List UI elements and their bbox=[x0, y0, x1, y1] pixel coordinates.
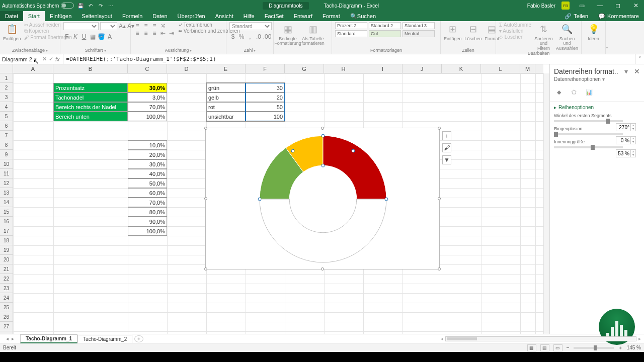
expand-formula-bar-icon[interactable]: ˅ bbox=[635, 54, 644, 64]
row-header-13[interactable]: 13 bbox=[0, 188, 13, 198]
col-header-M[interactable]: M bbox=[520, 64, 535, 73]
col-header-E[interactable]: E bbox=[206, 64, 246, 73]
style-standard3[interactable]: Standard 3 bbox=[403, 22, 435, 29]
redo-icon[interactable]: ↷ bbox=[97, 2, 104, 9]
cell[interactable]: 30 bbox=[246, 83, 285, 93]
tab-data[interactable]: Daten bbox=[147, 11, 172, 21]
col-header-D[interactable]: D bbox=[167, 64, 206, 73]
tab-view[interactable]: Ansicht bbox=[210, 11, 238, 21]
cells-insert[interactable]: ⊞Einfügen bbox=[444, 22, 462, 41]
zoom-in-icon[interactable]: ＋ bbox=[618, 344, 623, 351]
view-pagebreak-icon[interactable]: ▭ bbox=[553, 344, 562, 351]
autosave-toggle[interactable]: Automatisches Speichern bbox=[2, 3, 74, 9]
zoom-out-icon[interactable]: − bbox=[567, 345, 570, 350]
row-header-11[interactable]: 11 bbox=[0, 169, 13, 178]
comma-icon[interactable]: , bbox=[247, 33, 254, 40]
cell[interactable]: 90,0% bbox=[128, 217, 167, 226]
worksheet[interactable]: ABCDEFGHIJKLM 12345678910111213141516171… bbox=[0, 64, 549, 334]
series-options-tab-icon[interactable]: 📊 bbox=[584, 87, 594, 97]
row-header-3[interactable]: 3 bbox=[0, 93, 13, 102]
bold-icon[interactable]: F bbox=[63, 33, 70, 40]
cell[interactable]: 20 bbox=[246, 93, 285, 102]
align-bot-icon[interactable]: ≡ bbox=[151, 22, 158, 29]
ribbon-mode-icon[interactable]: ▭ bbox=[576, 2, 588, 9]
slice-rot[interactable] bbox=[323, 136, 386, 199]
accept-formula-icon[interactable]: ✓ bbox=[49, 56, 53, 62]
cell[interactable]: 80,0% bbox=[128, 207, 167, 217]
qat-custom-icon[interactable]: ⋯ bbox=[107, 2, 114, 9]
cell[interactable]: rot bbox=[206, 102, 246, 112]
effects-tab-icon[interactable]: ⬠ bbox=[569, 87, 579, 97]
orientation-icon[interactable]: ⤭ bbox=[159, 22, 167, 29]
sheet-nav-prev-icon[interactable]: ◂ bbox=[6, 336, 9, 341]
currency-icon[interactable]: $ bbox=[229, 33, 236, 40]
col-header-H[interactable]: H bbox=[324, 64, 363, 73]
paste-button[interactable]: 📋 Einfügen bbox=[3, 22, 21, 41]
col-header-I[interactable]: I bbox=[363, 64, 403, 73]
autosum-button[interactable]: Σ AutoSumme bbox=[499, 22, 531, 28]
col-header-G[interactable]: G bbox=[285, 64, 324, 73]
pane-close-icon[interactable]: ✕ bbox=[634, 67, 640, 75]
cell[interactable]: 20,0% bbox=[128, 150, 167, 159]
style-prozent2[interactable]: Prozent 2 bbox=[335, 22, 367, 29]
align-center-icon[interactable]: ≡ bbox=[142, 30, 149, 37]
tab-file[interactable]: Datei bbox=[0, 11, 23, 21]
hscrollbar[interactable]: ◂▸ bbox=[143, 336, 644, 341]
cell[interactable]: 30,0% bbox=[128, 159, 167, 169]
cell[interactable]: gelb bbox=[206, 93, 246, 102]
row-header-1[interactable]: 1 bbox=[0, 73, 13, 83]
tab-insert[interactable]: Einfügen bbox=[45, 11, 76, 21]
hole-size-input[interactable]: ▴▾ bbox=[616, 149, 636, 157]
slice-unsichtbar[interactable] bbox=[260, 199, 386, 262]
row-header-22[interactable]: 22 bbox=[0, 274, 13, 284]
zoom-slider[interactable] bbox=[574, 347, 614, 349]
row-header-7[interactable]: 7 bbox=[0, 131, 13, 140]
chart-object[interactable]: ＋ 🖌 ▼ bbox=[205, 128, 440, 269]
cell[interactable]: grün bbox=[206, 83, 246, 93]
font-color-icon[interactable]: A̲ bbox=[106, 33, 113, 40]
tab-help[interactable]: Hilfe bbox=[238, 11, 260, 21]
cell[interactable]: Prozentsatz bbox=[53, 83, 128, 93]
sort-filter-button[interactable]: ⇅Sortieren und Filtern bbox=[534, 22, 553, 51]
pane-subtitle[interactable]: Datenreihenoptionen bbox=[554, 76, 601, 82]
clear-button[interactable]: ◇ Löschen bbox=[499, 34, 531, 40]
tab-design[interactable]: Entwurf bbox=[289, 11, 317, 21]
ideas-button[interactable]: 💡Ideen bbox=[585, 22, 602, 41]
row-header-2[interactable]: 2 bbox=[0, 83, 13, 93]
tab-search[interactable]: 🔍 Suchen bbox=[345, 11, 381, 21]
fill-color-icon[interactable]: 🪣 bbox=[98, 33, 105, 40]
add-sheet-button[interactable]: ＋ bbox=[134, 335, 143, 342]
cell[interactable]: 50 bbox=[246, 102, 285, 112]
vscrollbar[interactable] bbox=[543, 73, 549, 334]
sheet-tab-1[interactable]: Tacho-Diagramm_1 bbox=[20, 334, 77, 343]
sheet-nav-next-icon[interactable]: ▸ bbox=[12, 336, 14, 341]
hole-size-slider[interactable] bbox=[554, 146, 623, 148]
row-header-23[interactable]: 23 bbox=[0, 284, 13, 293]
col-header-B[interactable]: B bbox=[53, 64, 128, 73]
explosion-slider[interactable] bbox=[554, 133, 623, 135]
cell[interactable]: unsichtbar bbox=[206, 112, 246, 121]
row-header-16[interactable]: 16 bbox=[0, 217, 13, 226]
fx-icon[interactable]: fx bbox=[55, 56, 60, 62]
fill-button[interactable]: ▾ Ausfüllen bbox=[499, 28, 531, 34]
grow-font-icon[interactable]: A▴ bbox=[119, 23, 126, 30]
row-header-18[interactable]: 18 bbox=[0, 236, 13, 245]
chart-elements-button[interactable]: ＋ bbox=[442, 131, 451, 140]
inc-dec-icon[interactable]: .0 bbox=[255, 33, 262, 40]
row-header-25[interactable]: 25 bbox=[0, 303, 13, 312]
cell[interactable]: 60,0% bbox=[128, 188, 167, 198]
style-gut[interactable]: Gut bbox=[369, 30, 401, 37]
align-top-icon[interactable]: ≡ bbox=[134, 22, 141, 29]
find-select-button[interactable]: 🔍Suchen und Auswählen bbox=[556, 22, 578, 51]
font-size[interactable] bbox=[100, 22, 117, 30]
row-header-4[interactable]: 4 bbox=[0, 102, 13, 112]
cond-format-button[interactable]: ▦Bedingte Formatierung bbox=[277, 22, 299, 46]
tab-formulas[interactable]: Formeln bbox=[117, 11, 147, 21]
cell[interactable]: 50,0% bbox=[128, 178, 167, 188]
row-header-19[interactable]: 19 bbox=[0, 245, 13, 255]
row-header-10[interactable]: 10 bbox=[0, 159, 13, 169]
number-format-select[interactable]: Standard bbox=[229, 22, 272, 30]
row-header-6[interactable]: 6 bbox=[0, 121, 13, 131]
italic-icon[interactable]: K bbox=[72, 33, 79, 40]
row-header-9[interactable]: 9 bbox=[0, 150, 13, 159]
